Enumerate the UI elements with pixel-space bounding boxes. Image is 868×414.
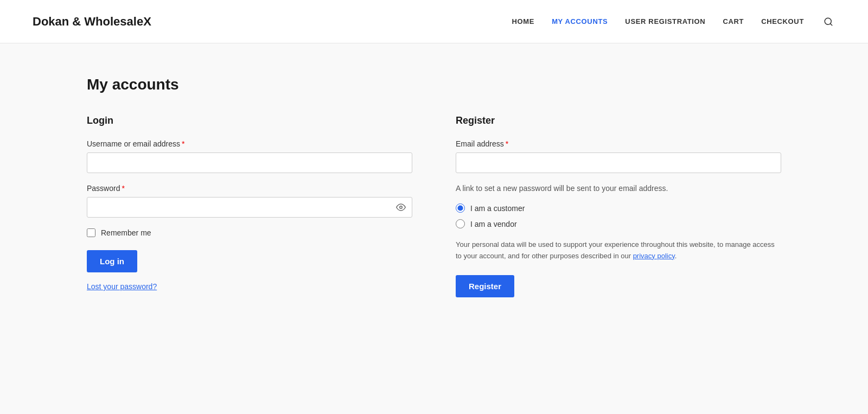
username-required-star: * <box>182 139 184 148</box>
customer-radio[interactable] <box>456 203 465 213</box>
nav-item-my-accounts[interactable]: MY ACCOUNTS <box>552 17 608 26</box>
header: Dokan & WholesaleX HOME MY ACCOUNTS USER… <box>0 0 868 43</box>
login-section-title: Login <box>87 115 412 126</box>
username-field-group: Username or email address* <box>87 139 412 173</box>
remember-me-checkbox[interactable] <box>87 228 95 237</box>
password-input[interactable] <box>87 197 412 218</box>
toggle-password-button[interactable] <box>395 201 407 213</box>
email-required-star: * <box>506 139 508 148</box>
customer-radio-label: I am a customer <box>470 204 525 213</box>
lost-password-link[interactable]: Lost your password? <box>87 282 412 291</box>
register-section: Register Email address* A link to set a … <box>456 115 781 297</box>
password-wrapper <box>87 197 412 218</box>
nav-item-user-registration[interactable]: USER REGISTRATION <box>625 17 705 26</box>
register-section-title: Register <box>456 115 781 126</box>
password-field-group: Password* <box>87 184 412 218</box>
email-input[interactable] <box>456 152 781 173</box>
vendor-radio-row: I am a vendor <box>456 219 781 228</box>
vendor-radio[interactable] <box>456 219 465 228</box>
role-radio-group: I am a customer I am a vendor <box>456 203 781 228</box>
search-icon <box>824 17 833 27</box>
main-content: My accounts Login Username or email addr… <box>54 43 814 341</box>
login-button[interactable]: Log in <box>87 250 137 272</box>
password-hint-text: A link to set a new password will be sen… <box>456 184 781 193</box>
customer-radio-row: I am a customer <box>456 203 781 213</box>
nav-item-home[interactable]: HOME <box>512 17 535 26</box>
svg-line-1 <box>830 23 832 25</box>
email-label: Email address* <box>456 139 781 148</box>
password-required-star: * <box>122 184 124 193</box>
privacy-notice-text: Your personal data will be used to suppo… <box>456 239 781 262</box>
main-nav: HOME MY ACCOUNTS USER REGISTRATION CART … <box>512 15 835 29</box>
eye-icon <box>396 202 406 212</box>
site-logo[interactable]: Dokan & WholesaleX <box>33 15 151 29</box>
nav-item-cart[interactable]: CART <box>723 17 744 26</box>
page-title: My accounts <box>87 76 781 93</box>
nav-item-checkout[interactable]: CHECKOUT <box>761 17 804 26</box>
login-section: Login Username or email address* Passwor… <box>87 115 412 297</box>
register-button[interactable]: Register <box>456 275 514 297</box>
remember-me-row: Remember me <box>87 228 412 237</box>
search-button[interactable] <box>821 15 835 29</box>
email-field-group: Email address* <box>456 139 781 173</box>
username-label: Username or email address* <box>87 139 412 148</box>
username-input[interactable] <box>87 152 412 173</box>
vendor-radio-label: I am a vendor <box>470 220 517 228</box>
two-column-layout: Login Username or email address* Passwor… <box>87 115 781 297</box>
svg-point-2 <box>400 206 403 209</box>
remember-me-label: Remember me <box>101 228 151 237</box>
password-label: Password* <box>87 184 412 193</box>
privacy-policy-link[interactable]: privacy policy <box>633 252 675 260</box>
